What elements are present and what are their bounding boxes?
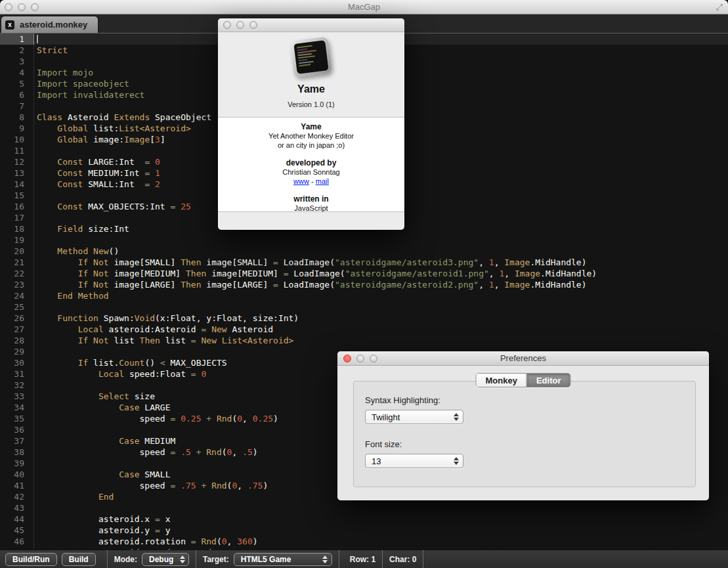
about-titlebar[interactable]	[218, 18, 404, 32]
code-line[interactable]: 24 End Method	[0, 290, 728, 301]
line-number: 20	[0, 246, 34, 257]
code-line[interactable]: 23 If Not image[LARGE] Then image[LARGE]…	[0, 279, 728, 290]
code-text: Const MAX_OBJECTS:Int = 25	[34, 201, 191, 212]
line-number: 12	[0, 156, 34, 167]
target-select[interactable]: HTML5 Game	[234, 553, 332, 566]
code-text	[34, 502, 37, 513]
line-number: 19	[0, 234, 34, 246]
line-number: 21	[0, 257, 34, 268]
line-number: 18	[0, 223, 34, 234]
code-line[interactable]: 20 Method New()	[0, 246, 728, 257]
build-button[interactable]: Build	[62, 553, 96, 566]
font-size-label: Font size:	[365, 439, 402, 449]
close-button[interactable]	[223, 21, 231, 29]
preferences-titlebar[interactable]: Preferences	[337, 351, 709, 366]
code-text: If Not list Then list = New List<Asteroi…	[34, 335, 293, 346]
line-number: 35	[0, 413, 34, 424]
line-number: 32	[0, 380, 34, 391]
yame-app-icon	[290, 37, 332, 78]
code-text: If list.Count() < MAX_OBJECTS	[34, 357, 227, 368]
line-number: 34	[0, 402, 34, 413]
target-label: Target:	[203, 555, 229, 564]
zoom-button[interactable]	[249, 21, 257, 29]
code-line[interactable]: 22 If Not image[MEDIUM] Then image[MEDIU…	[0, 268, 728, 279]
code-line[interactable]: 21 If Not image[SMALL] Then image[SMALL]…	[0, 257, 728, 268]
tab-close-icon[interactable]: x	[5, 20, 14, 30]
code-text	[34, 380, 37, 391]
tab-editor[interactable]: Editor	[526, 374, 570, 387]
main-titlebar[interactable]: MacGap ⤢	[0, 0, 728, 14]
line-number: 39	[0, 458, 34, 469]
written-in-heading: written in	[218, 194, 404, 204]
code-text	[34, 458, 37, 469]
line-number: 26	[0, 313, 34, 324]
code-line[interactable]: 26 Function Spawn:Void(x:Float, y:Float,…	[0, 313, 728, 324]
preferences-title: Preferences	[337, 353, 709, 363]
line-number: 31	[0, 368, 34, 380]
code-text: Import invalidaterect	[34, 89, 144, 100]
code-text	[34, 234, 37, 246]
mode-label: Mode:	[114, 555, 137, 564]
line-number: 37	[0, 435, 34, 447]
line-number: 13	[0, 167, 34, 179]
line-number: 33	[0, 391, 34, 402]
line-number: 11	[0, 145, 34, 156]
code-line[interactable]: 25	[0, 301, 728, 313]
stepper-icon	[454, 457, 459, 465]
toolbar-divider	[382, 550, 383, 568]
stepper-icon	[180, 556, 185, 563]
line-number: 8	[0, 112, 34, 123]
developed-by-heading: developed by	[218, 158, 404, 167]
code-line[interactable]: 44 asteroid.x = x	[0, 513, 728, 525]
credits-heading: Yame	[218, 122, 404, 131]
code-line[interactable]: 45 asteroid.y = y	[0, 525, 728, 536]
mode-select[interactable]: Debug	[142, 553, 189, 566]
code-text: asteroid.y = y	[34, 525, 171, 536]
code-line[interactable]: 27 Local asteroid:Asteroid = New Asteroi…	[0, 324, 728, 335]
tab-monkey[interactable]: Monkey	[477, 374, 526, 387]
code-text	[34, 100, 37, 112]
font-size-select[interactable]: 13	[365, 454, 463, 468]
link-separator: -	[309, 177, 316, 185]
code-text: Import mojo	[34, 67, 93, 78]
code-text: End Method	[34, 290, 109, 301]
code-line[interactable]: 43	[0, 502, 728, 513]
code-text: Case SMALL	[34, 469, 171, 480]
developer-name: Christian Sonntag	[218, 167, 404, 177]
minimize-button[interactable]	[236, 21, 244, 29]
code-text: Local speed:Float = 0	[34, 368, 206, 380]
code-line[interactable]: 28 If Not list Then list = New List<Aste…	[0, 335, 728, 346]
code-text: speed = 0.25 + Rnd(0, 0.25)	[34, 413, 278, 424]
code-text: Function Spawn:Void(x:Float, y:Float, si…	[34, 313, 299, 324]
line-number: 17	[0, 212, 34, 223]
syntax-highlighting-value: Twilight	[372, 412, 447, 422]
mail-link[interactable]: mail	[316, 177, 329, 185]
about-window: Yame Version 1.0 (1) Yame Yet Another Mo…	[218, 18, 404, 230]
build-toolbar: Build/Run Build Mode: Debug Target: HTML…	[0, 550, 728, 568]
code-text: Method New()	[34, 246, 119, 257]
line-number: 14	[0, 179, 34, 190]
line-number: 5	[0, 78, 34, 89]
credits-subtitle1: Yet Another Monkey Editor	[218, 131, 404, 141]
code-text	[34, 212, 37, 223]
code-text: Const LARGE:Int = 0	[34, 156, 160, 167]
stepper-icon	[322, 556, 328, 563]
code-line[interactable]: 46 asteroid.rotation = Rnd(0, 360)	[0, 536, 728, 547]
preferences-window: Preferences Monkey Editor Syntax Highlig…	[337, 351, 709, 500]
build-run-button[interactable]: Build/Run	[5, 553, 57, 566]
code-text: Select size	[34, 391, 155, 402]
fullscreen-icon[interactable]: ⤢	[716, 2, 723, 12]
code-line[interactable]: 19	[0, 234, 728, 246]
target-value: HTML5 Game	[241, 555, 316, 564]
syntax-highlighting-select[interactable]: Twilight	[365, 410, 463, 424]
www-link[interactable]: www	[293, 177, 309, 185]
code-text	[34, 424, 37, 435]
code-text	[34, 190, 37, 201]
code-text: speed = .75 + Rnd(0, .75)	[34, 480, 268, 491]
tab-asteroid-monkey[interactable]: x asteroid.monkey	[1, 16, 98, 33]
line-number: 45	[0, 525, 34, 536]
about-version: Version 1.0 (1)	[218, 100, 404, 108]
code-text: Const MEDIUM:Int = 1	[34, 167, 160, 179]
line-number: 10	[0, 134, 34, 145]
line-number: 25	[0, 301, 34, 313]
